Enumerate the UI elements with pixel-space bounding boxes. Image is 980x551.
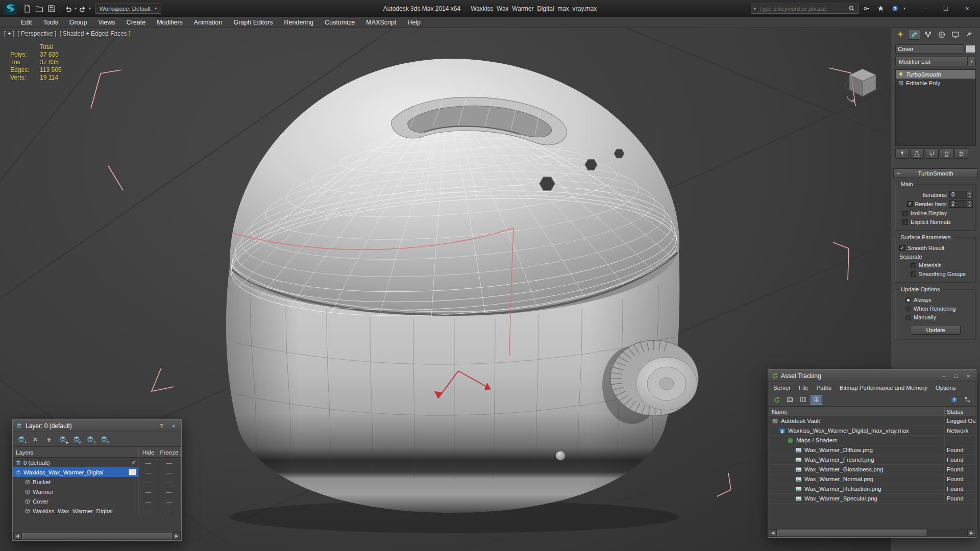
at-help-button[interactable] [948,395,960,405]
tab-display[interactable] [949,30,962,40]
asset-details-view-button[interactable] [811,395,822,405]
maximize-button[interactable]: □ [935,2,957,16]
menu-create[interactable]: Create [121,17,152,28]
smooth-result-checkbox[interactable]: ✓ [899,245,905,251]
viewport-pov-menu[interactable]: [ Perspective ] [17,30,56,37]
hide-toggle[interactable]: — [139,477,158,487]
freeze-toggle[interactable]: — [158,477,181,487]
tab-create[interactable] [894,30,906,40]
layer-row-object[interactable]: Bucket — — [13,477,181,487]
layer-table-header[interactable]: Layers Hide Freeze [13,447,181,458]
asset-columns-view-button[interactable] [797,395,809,405]
freeze-toggle[interactable]: — [158,487,181,496]
at-close-button[interactable]: × [964,371,973,381]
freeze-toggle[interactable]: — [158,467,181,477]
hide-toggle[interactable]: — [139,496,158,506]
separate-materials-checkbox[interactable] [911,263,916,268]
asset-horizontal-scrollbar[interactable]: ◀ ▶ [769,529,975,537]
save-file-button[interactable] [45,3,58,14]
modifier-bulb-icon[interactable] [898,71,904,78]
asset-row-bitmap[interactable]: Wax_Warmer_Normal.png Found [769,474,975,484]
object-name-field[interactable] [895,44,963,54]
viewcube[interactable] [843,65,882,108]
asset-row-bitmap[interactable]: Wax_Warmer_Refraction.png Found [769,484,975,494]
render-iters-checkbox[interactable]: ✓ [907,201,913,207]
open-file-button[interactable] [33,3,45,14]
tab-modify[interactable] [908,30,920,40]
refresh-button[interactable] [771,395,782,405]
highlight-selected-layers-button[interactable]: ↑ [84,434,96,445]
pin-stack-button[interactable] [895,148,909,159]
close-button[interactable]: × [957,2,978,16]
viewport-general-menu[interactable]: [ + ] [4,30,14,37]
create-new-layer-button[interactable]: + [15,434,28,445]
application-menu-button[interactable] [3,2,18,15]
layer-row-object[interactable]: Waxkiss_Wax_Warmer_Digital — — [13,506,181,516]
minimize-button[interactable]: – [914,2,935,16]
at-menu-file[interactable]: File [795,382,813,393]
scroll-left-arrow[interactable]: ◀ [769,529,777,537]
freeze-toggle[interactable]: — [158,506,181,516]
set-current-layer-button[interactable]: ✓ [70,434,83,445]
asset-list-view-button[interactable] [784,395,796,405]
update-when-rendering-radio[interactable] [905,306,911,312]
at-maximize-button[interactable]: □ [951,371,961,381]
iterations-spinner[interactable]: 0 ▴▾ [949,191,973,198]
layer-dialog-titlebar[interactable]: Layer: 0 (default) ? × [13,420,181,432]
layer-help-button[interactable]: ? [157,421,166,431]
freeze-toggle[interactable]: — [158,458,181,467]
asset-table-header[interactable]: Name Status [769,407,975,416]
favorites-star-icon[interactable] [875,3,887,14]
asset-row-bitmap[interactable]: Wax_Warmer_Specular.png Found [769,494,975,504]
tab-hierarchy[interactable] [922,30,934,40]
asset-row-bitmap[interactable]: Wax_Warmer_Glossiness.png Found [769,465,975,474]
freeze-toggle[interactable]: — [158,496,181,506]
delete-layer-button[interactable]: ✕ [29,434,41,445]
at-menu-options[interactable]: Options [932,382,960,393]
undo-button[interactable] [62,3,75,14]
menu-graph-editors[interactable]: Graph Editors [228,17,278,28]
object-color-swatch[interactable] [966,45,976,53]
modifier-list-dropdown[interactable]: Modifier List ▾ [895,57,976,66]
menu-rendering[interactable]: Rendering [279,17,320,28]
hide-toggle[interactable]: — [139,487,158,496]
modifier-stack[interactable]: TurboSmooth Editable Poly [895,69,976,146]
explicit-normals-checkbox[interactable] [902,219,908,225]
asset-row-vault[interactable]: Autodesk Vault Logged Out [769,416,975,426]
layer-row-object[interactable]: Warmer — — [13,487,181,496]
menu-customize[interactable]: Customize [319,17,360,28]
scroll-left-arrow[interactable]: ◀ [13,532,21,540]
redo-button[interactable] [77,3,89,14]
at-menu-paths[interactable]: Paths [812,382,835,393]
at-menu-server[interactable]: Server [769,382,795,393]
asset-row-bitmap[interactable]: Wax_Warmer_Diffuse.png Found [769,445,975,455]
layer-row-selected[interactable]: Waxkiss_Wax_Warmer_Digital — — [13,467,181,477]
make-unique-button[interactable] [925,148,939,159]
layer-row-object[interactable]: Cover — — [13,496,181,506]
asset-row-maps-shaders[interactable]: Maps / Shaders [769,436,975,445]
menu-maxscript[interactable]: MAXScript [360,17,402,28]
isoline-display-checkbox[interactable] [902,211,908,216]
separate-smoothing-groups-checkbox[interactable] [911,271,916,277]
asset-tracking-titlebar[interactable]: Asset Tracking – □ × [768,370,976,382]
menu-group[interactable]: Group [64,17,93,28]
menu-help[interactable]: Help [402,17,426,28]
at-menu-bitmap-performance[interactable]: Bitmap Performance and Memory [836,382,932,393]
viewport-shading-menu[interactable]: [ Shaded + Edged Faces ] [59,30,130,37]
menu-animation[interactable]: Animation [188,17,228,28]
hide-toggle[interactable]: — [139,506,158,516]
render-iters-spinner[interactable]: 2 ▴▾ [949,200,973,208]
asset-row-bitmap[interactable]: Wax_Warmer_Fresnel.png Found [769,455,975,465]
add-selected-to-layer-button[interactable]: + [43,434,55,445]
remove-modifier-button[interactable] [940,148,953,159]
configure-modifier-sets-button[interactable] [954,148,968,159]
layer-row-default[interactable]: 0 (default)✓ — — [13,458,181,467]
network-settings-button[interactable] [962,395,973,405]
select-layer-objects-button[interactable]: ▸ [57,434,69,445]
update-always-radio[interactable] [905,297,911,303]
scrollbar-thumb[interactable] [22,533,172,539]
scrollbar-thumb[interactable] [777,530,926,536]
at-minimize-button[interactable]: – [939,371,948,381]
help-icon[interactable] [889,3,901,14]
update-button[interactable]: Update [911,325,961,335]
